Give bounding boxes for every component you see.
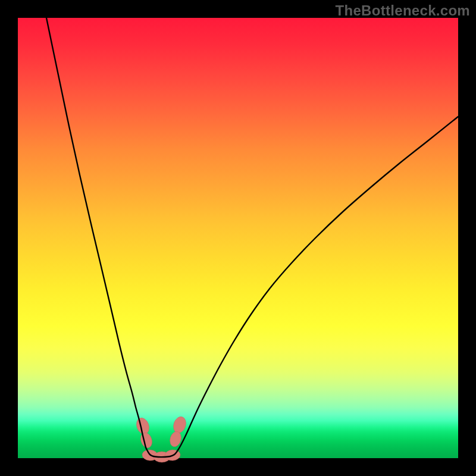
plot-area (18, 18, 458, 458)
right-blob-upper (171, 415, 188, 435)
watermark-text: TheBottleneck.com (336, 2, 470, 19)
bottleneck-curve (46, 18, 458, 457)
curve-svg (18, 18, 458, 458)
marker-group (134, 415, 188, 462)
chart-frame: TheBottleneck.com (0, 0, 476, 476)
left-blob-lower (139, 431, 154, 449)
